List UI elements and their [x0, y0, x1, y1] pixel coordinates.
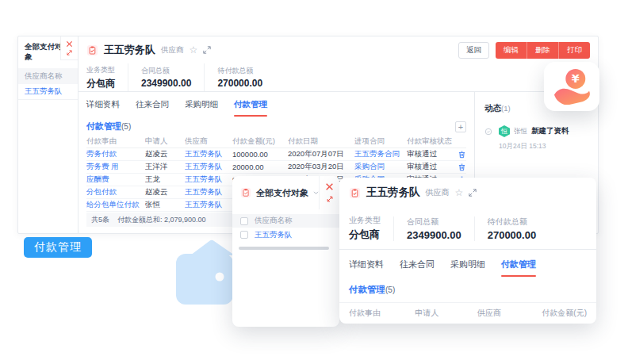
front-list-column-header-row: 供应商名称 [232, 214, 339, 228]
record-title: 王五劳务队 [104, 43, 155, 57]
front-payment-section-title: 付款管理(5) [349, 284, 395, 296]
front-list-controls [319, 176, 339, 209]
back-window-left-panel: 全部支付对象 供应商名称 王五劳务队 [18, 36, 78, 233]
star-icon[interactable]: ☆ [455, 188, 464, 197]
clipboard-icon [349, 187, 361, 199]
yen-hand-icon: ¥ [552, 68, 592, 105]
clipboard-icon [240, 187, 251, 198]
front-list-header: 全部支付对象 [232, 176, 339, 209]
tab-payment-management[interactable]: 付款管理 [501, 259, 536, 270]
tab-purchase-detail[interactable]: 采购明细 [450, 259, 485, 270]
stat-business-type: 业务类型 分包商 [86, 63, 128, 91]
print-button[interactable]: 打印 [558, 42, 590, 59]
trash-icon[interactable] [458, 151, 465, 159]
share-icon[interactable] [203, 46, 211, 54]
delete-button[interactable]: 删除 [527, 42, 558, 59]
detail-tabs: 详细资料 往来合同 采购明细 付款管理 [86, 92, 466, 117]
front-detail-header: 王五劳务队 供应商 ☆ [339, 178, 596, 208]
clipboard-icon [86, 44, 98, 56]
table-row: 劳务费 用 王洋洋 王五劳务队 20000.00 2020年03月20日 采购合… [86, 161, 466, 174]
close-icon[interactable] [66, 40, 73, 48]
stat-pending-total: 待付款总额 270000.00 [474, 216, 549, 241]
tab-contracts[interactable]: 往来合同 [400, 259, 435, 270]
header-actions: 返回 编辑 删除 打印 [458, 42, 590, 59]
supplier-link[interactable]: 王五劳务队 [255, 230, 293, 240]
stat-pending-total: 待付款总额 270000.00 [204, 63, 275, 91]
tab-detail-info[interactable]: 详细资料 [349, 259, 384, 270]
stat-contract-total: 合同总额 2349900.00 [393, 216, 474, 241]
expand-icon[interactable] [66, 49, 73, 56]
tab-detail-info[interactable]: 详细资料 [86, 99, 120, 110]
payment-table-header-row: 付款事由 申请人 供应商 付款金额(元) 付款日期 进项合同 付款审核状态 [86, 136, 466, 148]
row-checkbox[interactable] [240, 231, 248, 239]
activity-entry: 恒 张恒 新建了资料 10月24日 15:13 [484, 125, 588, 151]
avatar: 恒 [499, 125, 510, 137]
front-detail-stats: 业务类型 分包商 合同总额 2349900.00 待付款总额 270000.00 [339, 208, 596, 250]
sum-text: 付款金额总和: 2,079,900.00 [117, 215, 206, 225]
close-icon[interactable] [325, 182, 334, 191]
payment-section-title: 付款管理(5) [86, 121, 131, 132]
star-icon[interactable]: ☆ [190, 45, 198, 55]
app-canvas: 全部支付对象 供应商名称 王五劳务队 王五劳务队 供应商 ☆ [0, 0, 628, 364]
record-subtitle: 供应商 [161, 45, 184, 56]
front-list-window: 全部支付对象 供应商名称 王五劳务队 [232, 176, 339, 327]
add-payment-button[interactable]: + [455, 121, 466, 132]
stat-business-type: 业务类型 分包商 [349, 215, 393, 242]
back-panel-corner-controls [60, 36, 78, 60]
horizontal-scrollbar[interactable] [239, 247, 329, 250]
feature-label: 付款管理 [24, 237, 92, 258]
front-list-item: 王五劳务队 [232, 228, 339, 242]
front-list-column-header: 供应商名称 [255, 216, 293, 226]
supplier-list-item[interactable]: 王五劳务队 [18, 84, 78, 100]
tab-purchase-detail[interactable]: 采购明细 [185, 99, 218, 110]
edit-button[interactable]: 编辑 [496, 42, 527, 59]
payment-app-icon-card: ¥ [544, 62, 599, 111]
svg-text:¥: ¥ [572, 72, 580, 85]
record-header: 王五劳务队 供应商 ☆ 返回 编辑 删除 打印 [78, 36, 598, 63]
front-list-title: 全部支付对象 [256, 187, 308, 199]
select-all-checkbox[interactable] [240, 217, 248, 225]
front-detail-subtitle: 供应商 [426, 187, 450, 198]
activity-action: 新建了资料 [531, 126, 569, 136]
record-stats: 业务类型 分包商 合同总额 2349900.00 待付款总额 270000.00 [78, 63, 598, 92]
supplier-column-header: 供应商名称 [18, 68, 78, 84]
activity-time: 10月24日 15:13 [499, 142, 569, 151]
tab-contracts[interactable]: 往来合同 [136, 99, 169, 110]
back-button[interactable]: 返回 [458, 42, 489, 59]
share-icon[interactable] [469, 189, 477, 197]
front-detail-tabs: 详细资料 往来合同 采购明细 付款管理 [339, 250, 596, 278]
front-detail-window: 王五劳务队 供应商 ☆ 业务类型 分包商 合同总额 2349900.00 待付款… [339, 178, 596, 324]
activity-user: 张恒 [514, 127, 527, 136]
trash-icon[interactable] [458, 163, 465, 171]
table-row: 劳务付款 赵凌云 王五劳务队 100000.00 2020年07月07日 王五劳… [86, 148, 466, 161]
expand-icon[interactable] [326, 195, 334, 203]
front-detail-title: 王五劳务队 [366, 186, 420, 200]
action-button-group: 编辑 删除 打印 [496, 42, 590, 59]
stat-contract-total: 合同总额 2349900.00 [128, 63, 204, 91]
chevron-down-icon[interactable] [313, 191, 319, 195]
tab-payment-management[interactable]: 付款管理 [234, 99, 267, 110]
front-payment-table-header-row: 付款事由 申请人 供应商 付款金额(元) [339, 302, 596, 323]
row-count: 共5条 [91, 215, 109, 225]
payment-section-header: 付款管理(5) + [86, 117, 466, 136]
timeline-dot-icon [484, 128, 492, 136]
front-payment-section-header: 付款管理(5) [339, 278, 596, 301]
